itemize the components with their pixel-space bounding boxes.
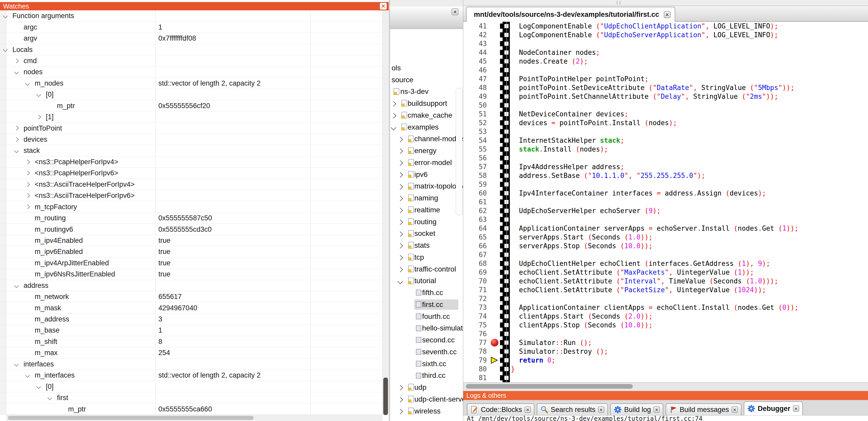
tree-item[interactable]: fourth.cc (390, 311, 463, 322)
line-number[interactable]: 55 (463, 145, 490, 153)
code-line[interactable]: 49 pointToPoint.SetChannelAttribute ("De… (463, 92, 868, 101)
watch-row[interactable]: m_ptr0x5555555ca660 (0, 403, 389, 415)
chevron-right-icon[interactable] (391, 101, 396, 106)
watch-row[interactable]: m_ipv4Enabledtrue (0, 235, 389, 246)
line-marker-margin[interactable] (490, 83, 500, 92)
fold-margin[interactable] (500, 303, 510, 312)
tree-item[interactable]: second.cc (390, 334, 463, 346)
logs-tab-build-messages[interactable]: Build messages (665, 403, 741, 415)
line-number[interactable]: 65 (463, 233, 490, 241)
chevron-right-icon[interactable] (25, 160, 30, 164)
line-marker-margin[interactable] (490, 198, 500, 206)
line-marker-margin[interactable] (490, 277, 500, 286)
chevron-right-icon[interactable] (398, 385, 403, 390)
code-line[interactable]: 57 Ipv4AddressHelper address; (463, 162, 868, 171)
fold-margin[interactable] (500, 259, 510, 268)
code-line[interactable]: 75 clientApps.Stop (Seconds (10.0)); (463, 321, 868, 329)
line-marker-margin[interactable] (490, 101, 500, 110)
chevron-right-icon[interactable] (398, 255, 403, 260)
line-number[interactable]: 71 (463, 286, 490, 294)
watch-row[interactable]: m_ipv6NsRsJitterEnabledtrue (0, 269, 389, 280)
watches-vertical-scrollbar[interactable] (382, 10, 389, 415)
chevron-right-icon[interactable] (398, 243, 403, 249)
tree-item[interactable]: fifth.cc (390, 287, 463, 299)
chevron-down-icon[interactable] (3, 47, 7, 52)
close-icon[interactable] (598, 407, 604, 413)
line-number[interactable]: 81 (463, 374, 490, 382)
code-line[interactable]: 45 nodes.Create (2); (463, 57, 868, 66)
line-number[interactable]: 49 (463, 93, 490, 100)
chevron-down-icon[interactable] (25, 373, 30, 378)
code-line[interactable]: 43 (463, 39, 868, 48)
close-icon[interactable] (452, 8, 458, 15)
fold-margin[interactable] (500, 127, 510, 136)
line-marker-margin[interactable] (490, 180, 500, 189)
line-marker-margin[interactable] (490, 189, 500, 198)
chevron-right-icon[interactable] (25, 182, 30, 187)
line-number[interactable]: 72 (463, 295, 490, 302)
code-line[interactable]: 54 InternetStackHelper stack; (463, 136, 868, 145)
chevron-right-icon[interactable] (398, 149, 403, 154)
watch-row[interactable]: m_max254 (0, 347, 389, 358)
tree-item[interactable]: routing (390, 216, 463, 228)
watch-row[interactable]: m_ipv4ArpJitterEnabledtrue (0, 258, 389, 269)
code-line[interactable]: 76 (463, 329, 868, 338)
fold-margin[interactable] (500, 312, 510, 321)
code-line[interactable]: 41 LogComponentEnable ("UdpEchoClientApp… (463, 22, 868, 31)
line-marker-margin[interactable] (490, 136, 500, 145)
logs-tab-debugger[interactable]: Debugger (744, 401, 803, 415)
line-number[interactable]: 44 (463, 48, 490, 56)
fold-margin[interactable] (500, 206, 510, 215)
tree-item[interactable]: naming (390, 192, 463, 204)
line-number[interactable]: 80 (463, 365, 490, 373)
tree-item[interactable]: energy (390, 145, 463, 157)
code-line[interactable]: 73 ApplicationContainer clientApps = ech… (463, 303, 868, 312)
fold-margin[interactable] (500, 277, 510, 286)
fold-margin[interactable] (500, 233, 510, 241)
watches-titlebar[interactable]: Watches (0, 2, 389, 10)
watch-row[interactable]: m_routing0x555555587c50 (0, 213, 389, 224)
watch-row[interactable]: [0] (0, 381, 389, 392)
chevron-right-icon[interactable] (398, 136, 403, 142)
chevron-right-icon[interactable] (398, 172, 403, 177)
line-marker-margin[interactable] (490, 259, 500, 268)
line-number[interactable]: 68 (463, 260, 490, 267)
chevron-down-icon[interactable] (48, 395, 52, 400)
code-line[interactable]: 59 (463, 180, 868, 189)
code-line[interactable]: 78 Simulator::Destroy (); (463, 347, 868, 356)
chevron-right-icon[interactable] (398, 220, 403, 225)
watch-row[interactable]: [1] (0, 111, 389, 123)
line-number[interactable]: 69 (463, 268, 490, 276)
line-marker-margin[interactable] (490, 268, 500, 277)
close-icon[interactable] (525, 407, 531, 413)
chevron-right-icon[interactable] (398, 160, 403, 166)
fold-margin[interactable] (500, 48, 510, 57)
tree-item[interactable]: tutorial (390, 275, 463, 287)
line-marker-margin[interactable] (490, 171, 500, 180)
line-number[interactable]: 41 (463, 22, 490, 30)
watch-row[interactable]: m_address3 (0, 314, 389, 325)
line-number[interactable]: 70 (463, 277, 490, 285)
close-icon[interactable] (793, 406, 799, 412)
tree-item[interactable]: tcp (390, 251, 463, 263)
watch-row[interactable]: first (0, 392, 389, 403)
line-marker-margin[interactable] (490, 312, 500, 321)
splitter-grip[interactable] (617, 1, 620, 5)
code-line[interactable]: 51 NetDeviceContainer devices; (463, 110, 868, 119)
line-marker-margin[interactable] (490, 119, 500, 127)
watch-row[interactable]: m_base1 (0, 325, 389, 336)
line-marker-margin[interactable] (490, 356, 500, 365)
fold-margin[interactable] (500, 145, 510, 154)
chevron-down-icon[interactable] (25, 81, 30, 86)
chevron-right-icon[interactable] (14, 59, 19, 63)
code-line[interactable]: 58 address.SetBase ("10.1.1.0", "255.255… (463, 171, 868, 180)
logs-tab-code-blocks[interactable]: Code::Blocks (467, 403, 534, 415)
chevron-down-icon[interactable] (14, 362, 19, 366)
chevron-right-icon[interactable] (398, 231, 403, 237)
watch-row[interactable]: m_interfacesstd::vector of length 2, cap… (0, 370, 389, 381)
chevron-right-icon[interactable] (398, 397, 403, 402)
fold-margin[interactable] (500, 250, 510, 259)
line-number[interactable]: 56 (463, 154, 490, 162)
tree-item[interactable]: hello-simulator.cc (390, 322, 463, 334)
chevron-right-icon[interactable] (36, 115, 41, 119)
